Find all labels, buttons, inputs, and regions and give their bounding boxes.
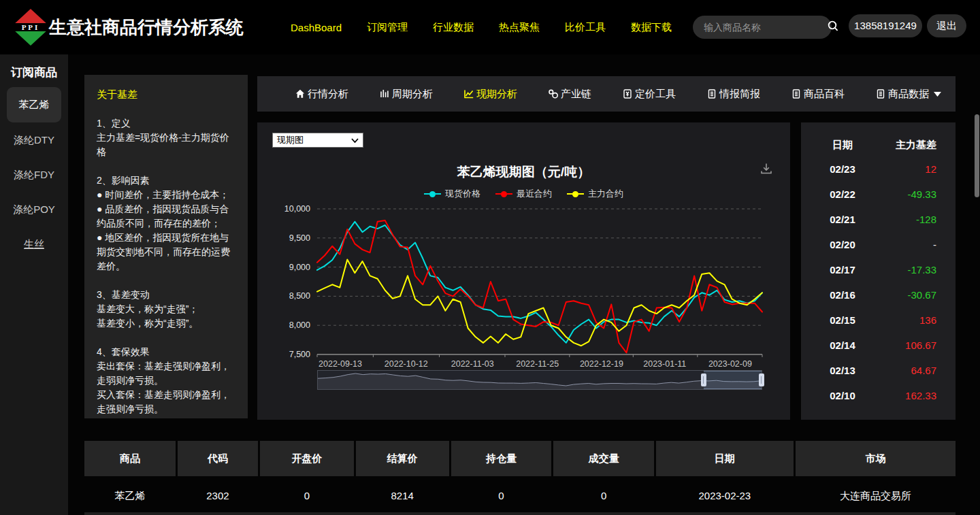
table-row: 02/10162.33 — [801, 383, 956, 408]
legend-item-spot-price[interactable]: 现货价格 — [424, 188, 480, 200]
wiki-icon — [791, 88, 802, 99]
search-icon[interactable] — [827, 20, 839, 35]
chart-title: 苯乙烯现期图（元/吨） — [257, 163, 790, 181]
svg-text:7,500: 7,500 — [289, 350, 310, 359]
futures-quote-table: 商品 代码 开盘价 结算价 持仓量 成交量 日期 市场 苯乙烯 2302 0 8… — [84, 441, 956, 513]
table-row: 02/1364.67 — [801, 358, 956, 383]
tab-commodity-wiki[interactable]: 商品百科 — [791, 88, 845, 101]
tab-label: 情报简报 — [719, 88, 760, 101]
basis-date: 02/21 — [801, 207, 876, 232]
section-heading: 2、影响因素 — [97, 173, 235, 188]
datazoom-window[interactable] — [704, 371, 762, 389]
section-line: 主力基差=现货价格-主力期货价格 — [97, 131, 235, 159]
basis-value: -17.33 — [876, 257, 956, 282]
next-row-edge — [84, 512, 956, 515]
table-row: 02/16-30.67 — [801, 282, 956, 308]
chart-type-select[interactable]: 现期图 — [272, 133, 363, 148]
basis-value: - — [876, 232, 956, 257]
section-line: ● 时间差价，主要指持仓成本； — [97, 188, 235, 202]
table-row: 02/2312 — [801, 156, 956, 182]
nav-industry-data[interactable]: 行业数据 — [433, 21, 474, 34]
app-title: 生意社商品行情分析系统 — [49, 0, 244, 54]
tab-pricing-tool[interactable]: 定价工具 — [622, 88, 676, 101]
svg-text:2022-10-12: 2022-10-12 — [385, 359, 428, 369]
tab-spot-futures-analysis[interactable]: 现期分析 — [463, 88, 517, 101]
nav-data-download[interactable]: 数据下载 — [631, 21, 672, 34]
svg-text:9,000: 9,000 — [289, 263, 310, 272]
section-line: ● 地区差价，指因现货所在地与期货交割地不同，而存在的运费差价。 — [97, 231, 235, 273]
basis-value: 106.67 — [876, 333, 956, 358]
datazoom-slider[interactable] — [317, 370, 762, 390]
main-basis-panel: 日期 主力基差 02/2312 02/22-49.33 02/21-128 02… — [801, 122, 956, 420]
select-chevron-icon — [351, 138, 359, 143]
svg-text:10,000: 10,000 — [284, 204, 310, 214]
table-row: 02/14106.67 — [801, 333, 956, 358]
data-icon — [875, 88, 886, 99]
sidebar-item-styrene[interactable]: 苯乙烯 — [7, 87, 61, 122]
basis-header-value: 主力基差 — [876, 133, 956, 156]
search-input[interactable] — [704, 22, 827, 33]
basis-date: 02/14 — [801, 333, 876, 358]
tab-label: 定价工具 — [635, 88, 676, 101]
svg-text:9,500: 9,500 — [289, 233, 310, 243]
tab-commodity-data[interactable]: 商品数据 — [875, 88, 941, 101]
sidebar-title: 订阅商品 — [0, 65, 68, 80]
col-open-price: 开盘价 — [260, 441, 354, 476]
table-row: 02/20- — [801, 232, 956, 257]
basis-date: 02/13 — [801, 358, 876, 383]
svg-text:2023-02-09: 2023-02-09 — [708, 359, 752, 369]
nav-price-compare-tool[interactable]: 比价工具 — [565, 21, 606, 34]
section-line: 买入套保：基差走弱则净盈利，走强则净亏损。 — [97, 388, 235, 416]
nav-subscription-management[interactable]: 订阅管理 — [367, 21, 408, 34]
legend-label: 主力合约 — [588, 188, 623, 200]
user-phone-button[interactable]: 13858191249 — [849, 14, 922, 37]
table-row: 02/21-128 — [801, 207, 956, 232]
page-scrollbar-thumb[interactable] — [975, 114, 979, 197]
sidebar-item-polyester-fdy[interactable]: 涤纶FDY — [0, 157, 68, 192]
cell-market: 大连商品交易所 — [796, 478, 956, 513]
tab-industry-chain[interactable]: 产业链 — [548, 88, 591, 101]
tab-label: 商品数据 — [888, 88, 929, 101]
sidebar-item-polyester-poy[interactable]: 涤纶POY — [0, 192, 68, 227]
tab-market-analysis[interactable]: 行情分析 — [295, 88, 348, 101]
svg-text:2022-12-19: 2022-12-19 — [580, 359, 623, 369]
legend-swatch — [495, 193, 512, 195]
table-header-row: 商品 代码 开盘价 结算价 持仓量 成交量 日期 市场 — [84, 441, 956, 476]
basis-date: 02/10 — [801, 383, 876, 408]
sidebar-item-polyester-dty[interactable]: 涤纶DTY — [0, 122, 68, 157]
search-box — [693, 16, 832, 39]
tab-cycle-analysis[interactable]: 周期分析 — [379, 88, 433, 101]
col-market: 市场 — [796, 441, 956, 476]
basis-value: -128 — [876, 207, 956, 232]
svg-text:8,500: 8,500 — [289, 291, 310, 301]
tab-label: 产业链 — [561, 88, 591, 101]
datazoom-left-handle[interactable] — [701, 373, 706, 386]
datazoom-right-handle[interactable] — [759, 373, 764, 386]
pricing-icon — [622, 88, 633, 99]
hedging-effect-section: 4、套保效果 卖出套保：基差走强则净盈利，走弱则净亏损。 买入套保：基差走弱则净… — [97, 345, 235, 416]
basis-date: 02/23 — [801, 156, 876, 182]
download-icon[interactable] — [759, 162, 774, 178]
svg-text:2022-11-25: 2022-11-25 — [516, 359, 559, 369]
legend-item-main-contract[interactable]: 主力合约 — [567, 188, 623, 200]
home-icon — [295, 88, 306, 99]
col-open-interest: 持仓量 — [451, 441, 552, 476]
nav-dashboard[interactable]: DashBoard — [291, 22, 342, 33]
table-row: 02/15136 — [801, 308, 956, 333]
table-row: 02/22-49.33 — [801, 182, 956, 207]
sidebar-item-raw-silk[interactable]: 生丝 — [0, 227, 68, 261]
basis-date: 02/16 — [801, 282, 876, 308]
section-line: 基差变大，称为“走强”； — [97, 302, 235, 316]
nav-hot-focus[interactable]: 热点聚焦 — [499, 21, 540, 34]
analysis-tabs-bar: 行情分析 周期分析 现期分析 产业链 定价工具 情报简报 商品百科 商品数据 — [257, 76, 956, 112]
cell-open-price: 0 — [260, 478, 354, 513]
logout-button[interactable]: 退出 — [927, 14, 966, 37]
basis-factors-section: 2、影响因素 ● 时间差价，主要指持仓成本； ● 品质差价，指因现货品质与合约品… — [97, 173, 235, 273]
section-line: ● 品质差价，指因现货品质与合约品质不同，而存在的差价； — [97, 202, 235, 231]
cell-code: 2302 — [178, 478, 258, 513]
tab-intel-briefing[interactable]: 情报简报 — [706, 88, 760, 101]
basis-date: 02/17 — [801, 257, 876, 282]
subscription-sidebar: 订阅商品 苯乙烯 涤纶DTY 涤纶FDY 涤纶POY 生丝 — [0, 54, 68, 515]
legend-item-nearest-contract[interactable]: 最近合约 — [495, 188, 552, 200]
cell-settle-price: 8214 — [356, 478, 449, 513]
